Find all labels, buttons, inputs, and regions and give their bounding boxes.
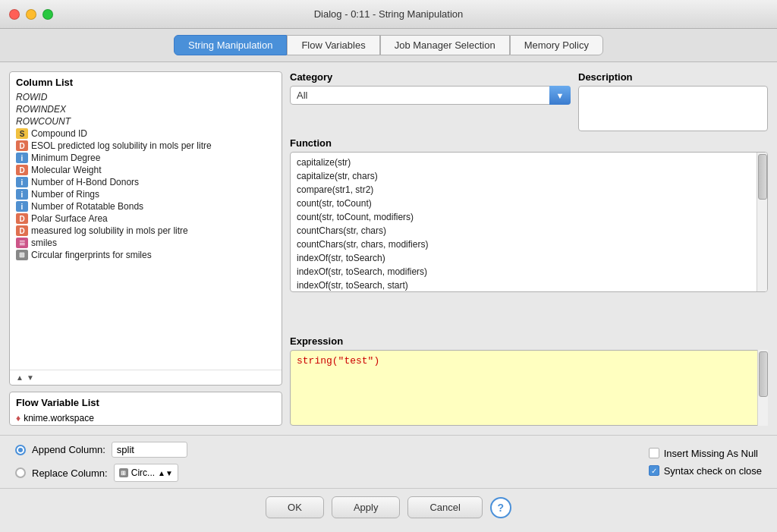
tab-string-manipulation[interactable]: String Manipulation [174, 35, 287, 55]
replace-column-option: Replace Column: ⊞ Circ... ▲▼ [15, 464, 187, 482]
list-item[interactable]: i Number of Rings [16, 188, 275, 200]
window-controls[interactable] [9, 9, 53, 20]
window-title: Dialog - 0:11 - String Manipulation [314, 8, 464, 20]
category-select[interactable]: All String Math Logic Date [290, 86, 571, 105]
list-item[interactable]: ROWCOUNT [16, 115, 275, 127]
i-icon: i [16, 189, 28, 200]
right-options: Insert Missing As Null ✓ Syntax check on… [649, 448, 762, 477]
left-panel: Column List ROWID ROWINDEX ROWCOUNT S Co… [9, 71, 282, 426]
column-list-box: Column List ROWID ROWINDEX ROWCOUNT S Co… [9, 71, 282, 386]
list-item[interactable]: D Polar Surface Area [16, 212, 275, 225]
column-options: Append Column: Replace Column: ⊞ Circ...… [15, 442, 187, 482]
expression-wrap: string("test") [290, 350, 768, 426]
function-list-wrap: capitalize(str) capitalize(str, chars) c… [290, 152, 768, 292]
list-item[interactable]: i Number of Rotatable Bonds [16, 200, 275, 212]
syntax-check-option: ✓ Syntax check on close [649, 465, 762, 477]
function-item[interactable]: count(str, toCount) [291, 197, 767, 210]
options-row: Append Column: Replace Column: ⊞ Circ...… [0, 435, 777, 488]
function-item[interactable]: countChars(str, chars, modifiers) [291, 238, 767, 251]
d-icon: D [16, 165, 28, 175]
flow-var-item[interactable]: ♦ knime.workspace [10, 411, 282, 425]
syntax-check-label: Syntax check on close [664, 465, 762, 477]
replace-column-label: Replace Column: [32, 467, 108, 479]
function-item[interactable]: capitalize(str, chars) [291, 169, 767, 183]
insert-missing-checkbox[interactable] [649, 448, 659, 458]
hbond-label: Number of H-Bond Donors [31, 177, 139, 187]
list-item[interactable]: ROWID [16, 91, 275, 103]
expression-label: Expression [290, 335, 768, 347]
function-list[interactable]: capitalize(str) capitalize(str, chars) c… [291, 153, 767, 291]
scroll-down-button[interactable]: ▼ [27, 373, 34, 382]
function-item[interactable]: capitalize(str) [291, 156, 767, 169]
category-label: Category [290, 71, 571, 83]
insert-missing-option: Insert Missing As Null [649, 448, 762, 459]
checkmark-icon: ✓ [651, 467, 657, 475]
d-icon: D [16, 140, 28, 151]
measured-label: measured log solubility in mols per litr… [31, 225, 188, 236]
category-select-wrap: All String Math Logic Date ▼ [290, 86, 571, 105]
expression-input[interactable]: string("test") [290, 350, 768, 426]
list-item[interactable]: i Number of H-Bond Donors [16, 176, 275, 188]
scroll-up-button[interactable]: ▲ [16, 373, 24, 382]
append-column-radio[interactable] [15, 445, 26, 455]
rowindex-label: ROWINDEX [16, 104, 66, 115]
function-section: Function capitalize(str) capitalize(str,… [290, 137, 768, 329]
img-icon: ≡ [16, 238, 28, 248]
radio-dot [18, 448, 23, 452]
function-item[interactable]: countChars(str, chars) [291, 224, 767, 238]
function-scrollbar-thumb[interactable] [758, 154, 767, 200]
i-icon: i [16, 177, 28, 187]
ok-button[interactable]: OK [266, 496, 324, 518]
flow-variable-list-title: Flow Variable List [10, 392, 282, 411]
function-item[interactable]: compare(str1, str2) [291, 183, 767, 197]
description-box [578, 86, 768, 131]
rowcount-label: ROWCOUNT [16, 116, 71, 127]
description-label: Description [578, 71, 768, 83]
replace-column-radio[interactable] [15, 467, 26, 478]
fingerprints-label: Circular fingerprints for smiles [31, 250, 152, 260]
list-item[interactable]: D Molecular Weight [16, 164, 275, 176]
list-item[interactable]: D ESOL predicted log solubility in mols … [16, 140, 275, 152]
list-item[interactable]: ≡ smiles [16, 237, 275, 249]
d-icon: D [16, 213, 28, 224]
scroll-arrows: ▲ ▼ [10, 370, 282, 385]
list-item[interactable]: S Compound ID [16, 127, 275, 140]
list-item[interactable]: ⊞ Circular fingerprints for smiles [16, 249, 275, 261]
min-degree-label: Minimum Degree [31, 153, 100, 163]
list-item[interactable]: i Minimum Degree [16, 152, 275, 164]
tab-flow-variables[interactable]: Flow Variables [287, 35, 379, 55]
append-column-input[interactable] [112, 442, 187, 458]
i-icon: i [16, 153, 28, 163]
function-scrollbar[interactable] [757, 153, 767, 291]
tab-memory-policy[interactable]: Memory Policy [510, 35, 603, 55]
function-item[interactable]: indexOf(str, toSearch) [291, 251, 767, 265]
apply-button[interactable]: Apply [332, 496, 401, 518]
cancel-button[interactable]: Cancel [407, 496, 482, 518]
close-button[interactable] [9, 9, 20, 20]
panels-row: Column List ROWID ROWINDEX ROWCOUNT S Co… [0, 62, 777, 435]
replace-column-dropdown[interactable]: ⊞ Circ... ▲▼ [114, 464, 178, 482]
function-item[interactable]: indexOf(str, toSearch, modifiers) [291, 265, 767, 279]
category-section: Category All String Math Logic Date ▼ [290, 71, 571, 131]
function-item[interactable]: count(str, toCount, modifiers) [291, 210, 767, 224]
grid-icon: ⊞ [16, 250, 28, 260]
syntax-check-checkbox[interactable]: ✓ [649, 465, 659, 476]
function-item[interactable]: indexOf(str, toSearch, start) [291, 279, 767, 291]
expression-section: Expression string("test") [290, 335, 768, 426]
list-item[interactable]: D measured log solubility in mols per li… [16, 225, 275, 237]
polar-label: Polar Surface Area [31, 213, 108, 224]
tab-job-manager-selection[interactable]: Job Manager Selection [380, 35, 510, 55]
flow-var-label: knime.workspace [24, 413, 94, 423]
minimize-button[interactable] [26, 9, 36, 20]
rotatable-label: Number of Rotatable Bonds [31, 201, 143, 212]
expression-scrollbar[interactable] [757, 350, 768, 426]
list-item[interactable]: ROWINDEX [16, 103, 275, 115]
maximize-button[interactable] [42, 9, 53, 20]
help-button[interactable]: ? [490, 497, 511, 518]
expression-scrollbar-thumb[interactable] [759, 351, 768, 397]
function-label: Function [290, 137, 768, 149]
tab-bar: String Manipulation Flow Variables Job M… [0, 29, 777, 62]
expression-value: string("test") [297, 355, 379, 367]
esol-label: ESOL predicted log solubility in mols pe… [31, 140, 212, 151]
smiles-label: smiles [31, 238, 57, 248]
